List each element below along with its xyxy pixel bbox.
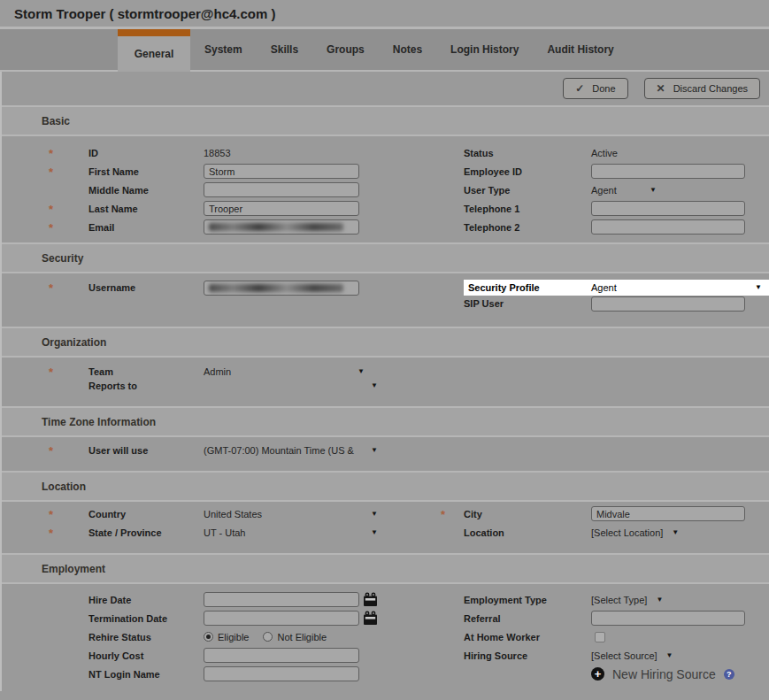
tab-bar: General System Skills Groups Notes Login…	[0, 29, 769, 72]
id-label: ID	[88, 148, 204, 158]
hire-date-input[interactable]	[204, 592, 359, 607]
section-location-title: Location	[42, 481, 86, 493]
telephone2-input[interactable]	[591, 219, 745, 235]
x-icon: ✕	[657, 83, 665, 94]
new-hiring-source-link[interactable]: + New Hiring Source ?	[591, 667, 734, 681]
state-province-dropdown[interactable]: UT - Utah ▼	[204, 527, 378, 538]
redacted-email-text	[209, 223, 343, 231]
at-home-worker-checkbox[interactable]	[595, 632, 605, 642]
page-title: Storm Trooper ( stormtrooper@hc4.com )	[14, 6, 276, 21]
row-id-status: * ID 18853 Status Active	[2, 143, 769, 162]
employee-id-label: Employee ID	[464, 166, 591, 177]
timezone-dropdown[interactable]: (GMT-07:00) Mountain Time (US & ▼	[204, 445, 378, 456]
help-icon[interactable]: ?	[724, 669, 734, 680]
employment-type-value: [Select Type]	[591, 595, 647, 605]
team-label: Team	[88, 366, 204, 377]
section-organization: * Team Admin ▼ Reports to ▼	[2, 358, 769, 406]
hourly-cost-input[interactable]	[204, 648, 359, 663]
status-value: Active	[591, 148, 618, 158]
tab-system[interactable]: System	[190, 29, 257, 70]
nt-login-name-input[interactable]	[204, 666, 359, 681]
action-toolbar: ✓ Done ✕ Discard Changes	[2, 72, 769, 105]
page-title-bar: Storm Trooper ( stormtrooper@hc4.com )	[0, 0, 769, 29]
required-asterisk: *	[441, 508, 445, 521]
rehire-eligible-label: Eligible	[218, 632, 249, 642]
dropdown-arrow-icon: ▼	[371, 447, 378, 454]
section-location-header: Location	[2, 471, 769, 502]
tab-general[interactable]: General	[118, 29, 190, 72]
username-label: Username	[88, 282, 204, 293]
termination-date-input[interactable]	[204, 611, 359, 626]
hiring-source-dropdown[interactable]: [Select Source] ▼	[591, 650, 673, 661]
username-input[interactable]	[204, 281, 359, 296]
row-firstname-employeeid: * First Name Employee ID	[2, 162, 769, 181]
referral-input[interactable]	[591, 611, 745, 626]
middle-name-input[interactable]	[204, 182, 359, 197]
tab-spacer	[0, 29, 118, 70]
sip-user-label: SIP User	[464, 298, 591, 309]
rehire-not-eligible-radio[interactable]	[263, 632, 273, 642]
row-username-securityprofile: * Username Security Profile Agent ▼	[2, 280, 769, 296]
sip-user-input[interactable]	[591, 296, 745, 312]
reports-to-label: Reports to	[88, 381, 204, 391]
row-country-city: * Country United States ▼ * City	[2, 504, 769, 523]
row-middlename-usertype: Middle Name User Type Agent ▼	[2, 181, 769, 199]
page-content: ✓ Done ✕ Discard Changes Basic * ID 1885…	[0, 72, 769, 691]
state-province-value: UT - Utah	[204, 527, 245, 538]
required-asterisk: *	[49, 444, 53, 458]
employee-id-input[interactable]	[591, 164, 745, 179]
discard-changes-button[interactable]: ✕ Discard Changes	[644, 78, 760, 99]
section-employment-title: Employment	[42, 563, 105, 575]
country-dropdown[interactable]: United States ▼	[204, 509, 378, 519]
user-profile-page: Storm Trooper ( stormtrooper@hc4.com ) G…	[0, 0, 769, 700]
section-timezone: * User will use (GMT-07:00) Mountain Tim…	[2, 437, 769, 471]
new-hiring-source-label: New Hiring Source	[612, 667, 716, 681]
row-user-will-use: * User will use (GMT-07:00) Mountain Tim…	[2, 443, 769, 458]
reports-to-dropdown[interactable]: ▼	[204, 382, 378, 389]
required-asterisk: *	[49, 203, 53, 216]
required-asterisk: *	[49, 165, 53, 179]
row-hourlycost-hiringsource: Hourly Cost Hiring Source [Select Source…	[2, 646, 769, 665]
section-basic-title: Basic	[42, 115, 70, 127]
hire-date-label: Hire Date	[88, 595, 204, 605]
tab-groups[interactable]: Groups	[312, 29, 379, 70]
country-label: Country	[88, 509, 204, 519]
done-button[interactable]: ✓ Done	[563, 78, 627, 99]
user-type-dropdown[interactable]: Agent ▼	[591, 185, 657, 196]
redacted-username-text	[209, 284, 343, 292]
location-dropdown[interactable]: [Select Location] ▼	[591, 527, 679, 538]
row-ntlogin-newhiringsource: NT Login Name + New Hiring Source ?	[2, 665, 769, 683]
section-security: * Username Security Profile Agent ▼ SIP …	[2, 273, 769, 327]
calendar-icon[interactable]	[363, 611, 378, 626]
telephone1-input[interactable]	[591, 201, 745, 216]
tab-audit-history[interactable]: Audit History	[533, 29, 627, 70]
dropdown-arrow-icon: ▼	[371, 511, 378, 518]
tab-login-history[interactable]: Login History	[436, 29, 533, 70]
first-name-input[interactable]	[204, 164, 359, 179]
dropdown-arrow-icon: ▼	[650, 187, 657, 194]
tab-skills[interactable]: Skills	[257, 29, 312, 70]
tab-notes[interactable]: Notes	[379, 29, 436, 70]
calendar-icon[interactable]	[363, 592, 378, 607]
row-terminationdate-referral: Termination Date Referral	[2, 609, 769, 627]
section-timezone-title: Time Zone Information	[42, 416, 156, 428]
state-province-label: State / Province	[88, 527, 204, 538]
country-value: United States	[204, 509, 262, 519]
hiring-source-label: Hiring Source	[464, 650, 591, 661]
city-input[interactable]	[591, 506, 745, 521]
user-type-label: User Type	[464, 185, 591, 196]
employment-type-dropdown[interactable]: [Select Type] ▼	[591, 595, 663, 605]
email-label: Email	[88, 222, 204, 233]
email-input[interactable]	[204, 219, 359, 235]
row-lastname-telephone1: * Last Name Telephone 1	[2, 199, 769, 218]
row-state-location: * State / Province UT - Utah ▼ Location …	[2, 523, 769, 542]
security-profile-value: Agent	[591, 282, 617, 293]
section-organization-title: Organization	[42, 336, 106, 349]
dropdown-arrow-icon: ▼	[371, 382, 378, 389]
middle-name-label: Middle Name	[88, 185, 204, 196]
last-name-input[interactable]	[204, 201, 359, 216]
team-dropdown[interactable]: Admin ▼	[204, 366, 365, 377]
city-label: City	[464, 509, 591, 519]
security-profile-highlight-dropdown[interactable]: Security Profile Agent ▼	[464, 280, 769, 296]
rehire-eligible-radio[interactable]	[204, 632, 213, 642]
